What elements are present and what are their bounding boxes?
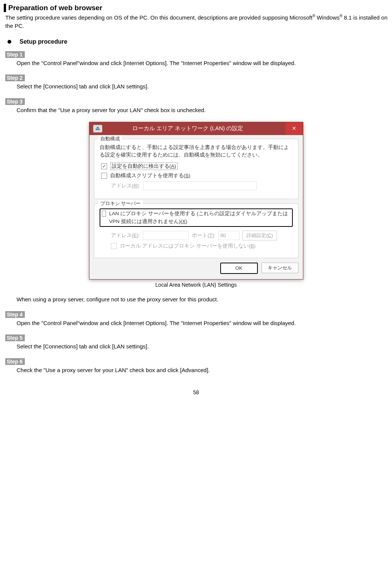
lan-settings-dialog: ローカル エリア ネットワーク (LAN) の設定 × 自動構成 自動構成にする… — [89, 122, 303, 280]
step-6-body: Check the "Use a proxy server for your L… — [17, 366, 384, 374]
proxy-address-input[interactable] — [143, 231, 189, 240]
heading-bar — [4, 4, 6, 12]
proxy-address-label: アドレス(E): — [111, 232, 140, 239]
auto-config-desc: 自動構成にすると、手動による設定事項を上書きする場合があります。手動による設定を… — [100, 144, 293, 159]
auto-script-row: 自動構成スクリプトを使用する(S) — [100, 172, 293, 179]
close-button[interactable]: × — [286, 122, 303, 135]
proxy-group: プロキシ サーバー LAN にプロキシ サーバーを使用する (これらの設定はダイ… — [94, 204, 298, 258]
ok-button[interactable]: OK — [220, 263, 258, 274]
proxy-advanced-button[interactable]: 詳細設定(C) — [242, 231, 277, 240]
step-2-tag: Step 2 — [5, 74, 25, 81]
bullet-icon — [8, 40, 11, 44]
screenshot-caption: Local Area Network (LAN) Settings — [4, 282, 388, 288]
intro-paragraph: The setting procedure varies depending o… — [5, 14, 388, 30]
auto-config-legend: 自動構成 — [98, 135, 122, 142]
proxy-bypass-checkbox[interactable] — [111, 243, 117, 249]
auto-detect-checkbox[interactable]: ✓ — [101, 163, 107, 169]
auto-detect-label: 設定を自動的に検出する(A) — [110, 163, 178, 170]
proxy-address-row: アドレス(E): ポート(T): 80 詳細設定(C) — [100, 231, 293, 240]
setup-procedure-heading: Setup procedure — [8, 38, 388, 45]
reg-2: ® — [340, 14, 342, 18]
reg-1: ® — [312, 14, 315, 18]
proxy-use-label: LAN にプロキシ サーバーを使用する (これらの設定はダイヤルアップまたは V… — [109, 210, 290, 225]
proxy-port-label: ポート(T): — [192, 232, 215, 239]
dialog-title: ローカル エリア ネットワーク (LAN) の設定 — [106, 125, 286, 132]
step-2-body: Select the [Connections] tab and click [… — [17, 82, 384, 91]
svg-rect-2 — [97, 127, 98, 128]
auto-detect-row: ✓ 設定を自動的に検出する(A) — [100, 163, 293, 170]
proxy-bypass-label: ローカル アドレスにはプロキシ サーバーを使用しない(B) — [120, 243, 256, 249]
close-icon: × — [292, 125, 296, 132]
auto-script-label: 自動構成スクリプトを使用する(S) — [110, 172, 191, 179]
dialog-body: 自動構成 自動構成にすると、手動による設定事項を上書きする場合があります。手動に… — [89, 135, 303, 279]
step-6-tag: Step 6 — [5, 358, 25, 365]
section-heading: Preparation of web browser — [4, 4, 388, 12]
step-5-tag: Step 5 — [5, 334, 25, 341]
step-5-body: Select the [Connections] tab and click [… — [17, 342, 384, 351]
auto-script-checkbox[interactable] — [101, 173, 107, 179]
dialog-actions: OK キャンセル — [94, 263, 298, 274]
intro-a: The setting procedure varies depending o… — [5, 14, 312, 21]
step-3-tag: Step 3 — [5, 98, 25, 105]
proxy-bypass-row: ローカル アドレスにはプロキシ サーバーを使用しない(B) — [100, 243, 293, 249]
step-4-body: Open the "Control Panel"window and click… — [17, 319, 384, 327]
proxy-use-checkbox[interactable] — [102, 211, 106, 217]
setup-procedure-label: Setup procedure — [20, 38, 67, 45]
auto-config-group: 自動構成 自動構成にすると、手動による設定事項を上書きする場合があります。手動に… — [94, 139, 298, 199]
cancel-button[interactable]: キャンセル — [262, 263, 298, 273]
proxy-use-highlight: LAN にプロキシ サーバーを使用する (これらの設定はダイヤルアップまたは V… — [100, 208, 293, 227]
auto-script-address-input[interactable] — [143, 181, 257, 190]
dialog-titlebar: ローカル エリア ネットワーク (LAN) の設定 × — [89, 122, 303, 135]
section-title: Preparation of web browser — [8, 4, 102, 12]
intro-b: Windows — [315, 14, 340, 21]
step-4-tag: Step 4 — [5, 311, 25, 318]
step-1-tag: Step 1 — [5, 51, 25, 58]
step-3-note: When using a proxy server, configure not… — [17, 295, 384, 304]
auto-script-address-row: アドレス(R): — [100, 181, 293, 190]
step-3-body: Confirm that the "Use a proxy server for… — [17, 106, 384, 114]
proxy-legend: プロキシ サーバー — [98, 200, 143, 207]
lan-settings-screenshot: ローカル エリア ネットワーク (LAN) の設定 × 自動構成 自動構成にする… — [4, 122, 388, 280]
page-number: 58 — [4, 389, 388, 395]
dialog-icon — [93, 125, 102, 132]
proxy-port-input[interactable]: 80 — [218, 231, 239, 240]
step-1-body: Open the "Control Panel"window and click… — [17, 59, 384, 67]
auto-script-address-label: アドレス(R): — [111, 182, 141, 189]
